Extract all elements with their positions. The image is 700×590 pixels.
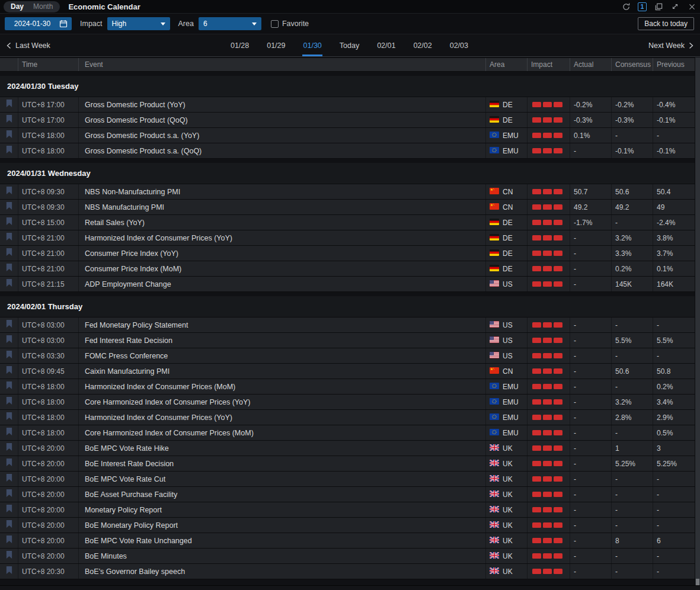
bookmark-icon[interactable]: [5, 566, 13, 577]
table-row[interactable]: UTC+8 15:00Retail Sales (YoY)DE-1.7%--2.…: [0, 215, 695, 230]
bookmark-icon[interactable]: [5, 458, 13, 469]
week-day-02-02[interactable]: 02/02: [412, 34, 433, 56]
bookmark-icon[interactable]: [5, 473, 13, 485]
consensus-value: 1: [612, 441, 653, 456]
table-row[interactable]: UTC+8 20:00Monetary Policy ReportUK---: [0, 502, 695, 518]
bookmark-icon[interactable]: [5, 535, 13, 546]
table-row[interactable]: UTC+8 18:00Gross Domestic Product s.a. (…: [0, 143, 695, 159]
tab-day[interactable]: Day: [6, 1, 28, 12]
table-row[interactable]: UTC+8 17:00Gross Domestic Product (YoY)D…: [0, 97, 695, 113]
area-cell: US: [486, 318, 528, 332]
bookmark-icon[interactable]: [5, 427, 13, 438]
actual-value: -: [570, 395, 612, 409]
area-cell: UK: [486, 533, 528, 548]
area-flag-icon: [490, 203, 499, 211]
bookmark-icon[interactable]: [5, 412, 13, 423]
bookmark-icon[interactable]: [5, 489, 13, 500]
table-row[interactable]: UTC+8 20:00BoE MPC Vote Rate CutUK---: [0, 472, 695, 487]
bookmark-icon[interactable]: [5, 319, 13, 331]
bookmark-icon[interactable]: [5, 550, 13, 562]
week-day-02-03[interactable]: 02/03: [449, 34, 469, 56]
impact-bars: [528, 425, 570, 440]
bookmark-icon[interactable]: [5, 99, 13, 110]
impact-bar: [543, 553, 552, 559]
impact-bar: [554, 507, 562, 512]
bookmark-icon[interactable]: [5, 520, 13, 531]
table-row[interactable]: UTC+8 03:00Fed Interest Rate DecisionUS-…: [0, 333, 695, 348]
table-row[interactable]: UTC+8 21:00Consumer Price Index (MoM)DE-…: [0, 261, 695, 277]
table-row[interactable]: UTC+8 20:00BoE MPC Vote Rate UnchangedUK…: [0, 533, 695, 549]
favorite-checkbox[interactable]: [271, 20, 279, 28]
bookmark-icon[interactable]: [5, 130, 13, 141]
table-row[interactable]: UTC+8 20:30BoE's Governor Bailey speechU…: [0, 564, 695, 579]
bookmark-cell: [0, 533, 18, 548]
bookmark-icon[interactable]: [5, 381, 13, 392]
table-row[interactable]: UTC+8 20:00BoE Interest Rate DecisionUK-…: [0, 456, 695, 472]
table-row[interactable]: UTC+8 20:00BoE MinutesUK---: [0, 549, 695, 564]
table-row[interactable]: UTC+8 18:00Core Harmonized Index of Cons…: [0, 425, 695, 441]
bookmark-icon[interactable]: [5, 186, 13, 197]
chevron-down-icon: [252, 23, 257, 25]
table-row[interactable]: UTC+8 20:00BoE Asset Purchase FacilityUK…: [0, 487, 695, 502]
table-row[interactable]: UTC+8 03:00Fed Monetary Policy Statement…: [0, 318, 695, 333]
table-row[interactable]: UTC+8 09:30NBS Manufacturing PMICN49.249…: [0, 200, 695, 215]
bookmark-cell: [0, 518, 18, 533]
week-day-01-29[interactable]: 01/29: [266, 34, 286, 56]
area-dropdown[interactable]: 6: [199, 17, 261, 30]
vertical-scrollbar[interactable]: [695, 57, 700, 585]
scrollbar-thumb[interactable]: [696, 579, 699, 585]
next-week-button[interactable]: Next Week: [648, 41, 694, 50]
table-row[interactable]: UTC+8 20:00BoE Monetary Policy ReportUK-…: [0, 518, 695, 533]
window-count-badge[interactable]: 1: [638, 2, 647, 11]
table-row[interactable]: UTC+8 18:00Core Harmonized Index of Cons…: [0, 395, 695, 410]
bookmark-icon[interactable]: [5, 350, 13, 361]
bookmark-icon[interactable]: [5, 504, 13, 515]
bookmark-icon[interactable]: [5, 396, 13, 408]
back-to-today-button[interactable]: Back to today: [638, 17, 694, 30]
previous-value: 0.1%: [653, 261, 695, 276]
table-row[interactable]: UTC+8 17:00Gross Domestic Product (QoQ)D…: [0, 113, 695, 128]
duplicate-window-icon[interactable]: [654, 2, 663, 11]
bookmark-cell: [0, 379, 18, 394]
bookmark-icon[interactable]: [5, 263, 13, 274]
area-flag-icon: [490, 552, 499, 560]
bookmark-icon[interactable]: [5, 201, 13, 213]
week-day-today[interactable]: Today: [338, 34, 360, 56]
consensus-value: 8: [612, 533, 653, 548]
bookmark-icon[interactable]: [5, 145, 13, 156]
impact-filter-label: Impact: [80, 20, 103, 28]
impact-dropdown[interactable]: High: [107, 17, 170, 30]
event-time: UTC+8 09:30: [18, 184, 79, 199]
bookmark-icon[interactable]: [5, 365, 13, 377]
table-row[interactable]: UTC+8 03:30FOMC Press ConferenceUS---: [0, 348, 695, 364]
table-row[interactable]: UTC+8 18:00Harmonized Index of Consumer …: [0, 379, 695, 395]
week-day-01-30[interactable]: 01/30: [302, 34, 323, 56]
table-row[interactable]: UTC+8 20:00BoE MPC Vote Rate HikeUK-13: [0, 441, 695, 456]
bookmark-icon[interactable]: [5, 232, 13, 243]
table-row[interactable]: UTC+8 09:30NBS Non-Manufacturing PMICN50…: [0, 184, 695, 200]
week-day-02-01[interactable]: 02/01: [376, 34, 397, 56]
refresh-icon[interactable]: [621, 2, 631, 11]
date-picker[interactable]: 2024-01-30: [5, 17, 72, 30]
horizontal-scrollbar[interactable]: [0, 585, 700, 590]
table-row[interactable]: UTC+8 18:00Harmonized Index of Consumer …: [0, 410, 695, 425]
column-header-time: Time: [18, 58, 79, 71]
tab-month[interactable]: Month: [28, 1, 57, 12]
impact-bar: [532, 476, 541, 482]
expand-icon[interactable]: [670, 2, 680, 11]
table-row[interactable]: UTC+8 18:00Gross Domestic Product s.a. (…: [0, 128, 695, 143]
table-row[interactable]: UTC+8 21:00Consumer Price Index (YoY)DE-…: [0, 246, 695, 261]
table-row[interactable]: UTC+8 21:00Harmonized Index of Consumer …: [0, 230, 695, 246]
bookmark-icon[interactable]: [5, 114, 13, 126]
table-row[interactable]: UTC+8 09:45Caixin Manufacturing PMICN-50…: [0, 364, 695, 379]
impact-bar: [532, 445, 541, 451]
bookmark-icon[interactable]: [5, 335, 13, 346]
last-week-button[interactable]: Last Week: [6, 41, 50, 50]
table-row[interactable]: UTC+8 21:15ADP Employment ChangeUS-145K1…: [0, 277, 695, 292]
bookmark-icon[interactable]: [5, 443, 13, 454]
bookmark-icon[interactable]: [5, 278, 13, 290]
close-icon[interactable]: [687, 2, 696, 11]
week-day-01-28[interactable]: 01/28: [229, 34, 250, 56]
bookmark-icon[interactable]: [5, 248, 13, 259]
bookmark-icon[interactable]: [5, 217, 13, 228]
